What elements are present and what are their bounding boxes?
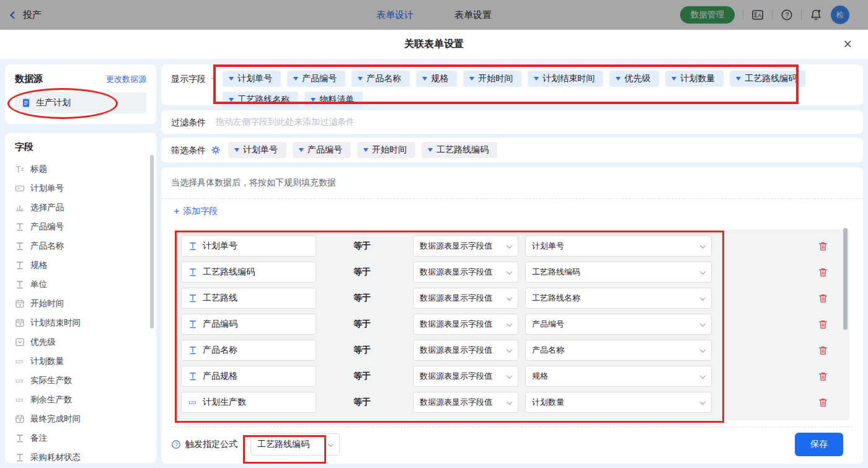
field-item-plan-no[interactable]: 计划单号	[15, 179, 146, 198]
divider	[743, 11, 743, 20]
rule-field-label: 产品名称	[203, 345, 237, 356]
rule-value-select[interactable]: 产品编号	[525, 314, 712, 335]
display-chip[interactable]: 计划结束时间	[528, 71, 603, 87]
screen-filter-chip[interactable]: 工艺路线编码	[422, 142, 497, 158]
close-icon[interactable]: ×	[844, 35, 852, 53]
back-label[interactable]: 投产	[23, 9, 42, 21]
rule-field-box[interactable]: 产品规格	[181, 366, 316, 387]
field-item-unit[interactable]: 单位	[15, 275, 146, 294]
field-item-product-no[interactable]: 产品编号	[15, 217, 146, 236]
display-chip[interactable]: 产品名称	[352, 71, 410, 87]
tab-form-settings[interactable]: 表单设置	[454, 9, 492, 21]
back-chevron-icon[interactable]	[10, 11, 18, 19]
rule-value-select[interactable]: 计划数量	[525, 392, 712, 413]
rule-field-box[interactable]: 计划单号	[181, 236, 316, 257]
rules-scrollbar[interactable]	[843, 228, 848, 330]
sidebar-scrollbar[interactable]	[150, 155, 154, 329]
help-icon[interactable]	[781, 9, 793, 21]
rule-row: 工艺路线编码 等于 数据源表显示字段值 工艺路线编码	[176, 259, 849, 285]
rule-value-select[interactable]: 工艺路线编码	[525, 262, 712, 283]
trash-icon[interactable]	[818, 345, 828, 356]
display-chip[interactable]: 开始时间	[463, 71, 521, 87]
rules-list: 计划单号 等于 数据源表显示字段值 计划单号 工艺路线编码 等于 数据源表显示字…	[176, 229, 849, 420]
rule-row: 计划生产数 等于 数据源表显示字段值 计划数量	[176, 389, 849, 415]
rule-value-select[interactable]: 规格	[525, 366, 712, 387]
rule-field-box[interactable]: 工艺路线编码	[181, 262, 316, 283]
display-chip[interactable]: 工艺路线编码	[730, 71, 805, 87]
field-item-spec[interactable]: 规格	[15, 255, 146, 275]
rule-source-select[interactable]: 数据源表显示字段值	[413, 236, 518, 257]
rule-source-select[interactable]: 数据源表显示字段值	[413, 340, 518, 361]
trash-icon[interactable]	[818, 293, 828, 304]
field-item-priority[interactable]: 优先级	[15, 332, 146, 351]
rule-value-select[interactable]: 计划单号	[525, 236, 712, 257]
field-item-product-name[interactable]: 产品名称	[15, 236, 146, 255]
display-chip[interactable]: 优先级	[609, 71, 659, 87]
trash-icon[interactable]	[818, 397, 828, 408]
trash-icon[interactable]	[818, 267, 828, 278]
field-item-actual-qty[interactable]: 实际生产数	[15, 371, 146, 390]
datasource-item-production-plan[interactable]: 生产计划	[15, 92, 146, 113]
field-item-final-finish-time[interactable]: 最终完成时间	[15, 409, 146, 428]
rule-operator: 等于	[353, 319, 413, 330]
display-chip[interactable]: 计划数量	[665, 71, 724, 87]
select-value: 数据源表显示字段值	[420, 371, 492, 382]
chevron-down-icon	[229, 98, 234, 102]
filter-dropzone-placeholder[interactable]: 拖动左侧字段到此处来添加过滤条件	[216, 117, 355, 128]
field-item-remaining-qty[interactable]: 剩余生产数	[15, 390, 146, 409]
trash-icon[interactable]	[818, 319, 828, 330]
rule-field-box[interactable]: 产品编码	[181, 314, 316, 335]
rule-field-box[interactable]: 产品名称	[181, 340, 316, 361]
rule-value-select[interactable]: 产品名称	[525, 340, 712, 361]
select-value: 数据源表显示字段值	[420, 293, 492, 304]
text-icon	[188, 319, 198, 329]
field-item-title[interactable]: 标题	[15, 159, 146, 179]
screen-filter-chip[interactable]: 开始时间	[357, 142, 415, 158]
trash-icon[interactable]	[818, 371, 828, 382]
help-circle-icon[interactable]	[171, 439, 181, 449]
screen-filter-label: 筛选条件	[171, 142, 206, 158]
title-icon	[15, 164, 25, 174]
field-item-select-product[interactable]: 选择产品	[15, 198, 146, 217]
rule-source-select[interactable]: 数据源表显示字段值	[413, 392, 518, 413]
rule-source-select[interactable]: 数据源表显示字段值	[413, 288, 518, 309]
screen-filter-chip[interactable]: 计划单号	[228, 142, 286, 158]
display-chip[interactable]: 计划单号	[223, 71, 281, 87]
display-chip[interactable]: 产品编号	[287, 71, 345, 87]
select-value: 产品名称	[532, 345, 564, 356]
display-chip[interactable]: 物料清单	[304, 92, 363, 108]
display-chip[interactable]: 工艺路线名称	[223, 92, 298, 108]
rule-field-box[interactable]: 工艺路线	[181, 288, 316, 309]
rule-value-select[interactable]: 工艺路线名称	[525, 288, 712, 309]
datasource-title: 数据源	[15, 73, 43, 85]
gear-icon[interactable]	[211, 145, 221, 155]
screen-filter-chip[interactable]: 产品编号	[293, 142, 351, 158]
data-manage-button[interactable]: 数据管理	[680, 6, 735, 24]
field-label: 单位	[30, 279, 47, 290]
change-datasource-link[interactable]: 更改数据源	[106, 74, 146, 85]
field-item-plan-qty[interactable]: 计划数量	[15, 351, 146, 371]
add-field-button[interactable]: + 添加字段	[174, 206, 218, 217]
chip-label: 物料清单	[319, 94, 354, 105]
rule-source-select[interactable]: 数据源表显示字段值	[413, 366, 518, 387]
rule-source-select[interactable]: 数据源表显示字段值	[413, 314, 518, 335]
add-display-field-button[interactable]: +	[211, 71, 216, 87]
save-button[interactable]: 保存	[795, 433, 843, 456]
tab-form-design[interactable]: 表单设计	[376, 9, 414, 21]
field-item-plan-end-time[interactable]: 计划结束时间	[15, 313, 146, 332]
field-item-start-time[interactable]: 开始时间	[15, 294, 146, 313]
rule-source-select[interactable]: 数据源表显示字段值	[413, 262, 518, 283]
display-chip[interactable]: 规格	[416, 71, 457, 87]
trigger-formula-select[interactable]: 工艺路线编码	[250, 433, 340, 456]
bell-icon[interactable]	[810, 9, 822, 21]
avatar[interactable]: 检	[831, 6, 849, 24]
rule-field-box[interactable]: 计划生产数	[181, 392, 316, 413]
back-nav[interactable]: 投产	[11, 9, 42, 21]
chevron-down-icon	[700, 373, 706, 379]
trash-icon[interactable]	[818, 241, 828, 252]
select-value: 数据源表显示字段值	[420, 345, 492, 356]
field-item-purchase-status[interactable]: 采购耗材状态	[15, 448, 146, 467]
field-item-remark[interactable]: 备注	[15, 428, 146, 448]
language-icon[interactable]	[751, 9, 764, 21]
text-icon	[15, 433, 25, 443]
